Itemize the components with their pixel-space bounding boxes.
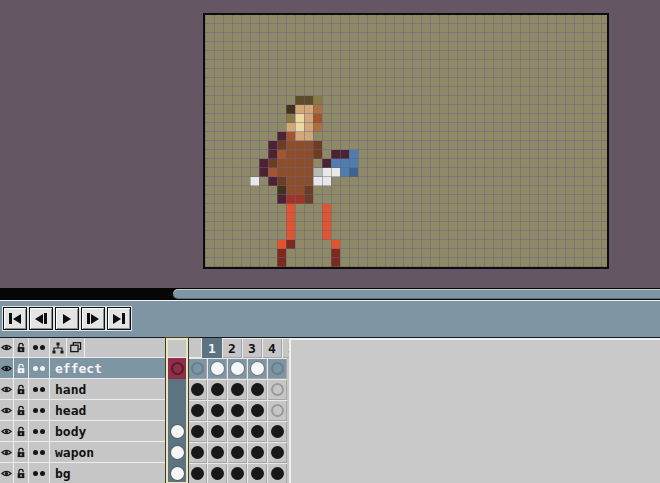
canvas-surface[interactable] (205, 15, 607, 267)
frame-cell[interactable] (227, 379, 247, 400)
sprite-pixel (322, 204, 331, 213)
frame-cell[interactable] (267, 379, 287, 400)
frame-cell[interactable] (227, 358, 247, 379)
lock-icon[interactable] (14, 400, 29, 421)
frame-cell[interactable] (247, 442, 267, 463)
frame-cell[interactable] (247, 400, 267, 421)
frame-number-2[interactable]: 2 (222, 338, 242, 358)
layer-name[interactable]: effect (50, 358, 167, 379)
layer-name[interactable]: body (50, 421, 167, 442)
eye-icon[interactable] (0, 379, 14, 400)
onion-dots-icon[interactable] (29, 379, 50, 400)
frame-cell[interactable] (187, 400, 207, 421)
lock-icon[interactable] (14, 379, 29, 400)
frame-keyframe-dot (251, 446, 264, 459)
sprite-pixel (277, 141, 286, 150)
sprite-pixel (277, 177, 286, 186)
last-frame-button[interactable] (107, 307, 131, 330)
sprite-pixel (304, 150, 313, 159)
sprite-pixel (259, 159, 268, 168)
frame-cell[interactable] (247, 358, 267, 379)
sprite-pixel (268, 141, 277, 150)
onion-dots-icon[interactable] (29, 463, 50, 483)
frame-cell[interactable] (207, 463, 227, 483)
frame-cell[interactable] (247, 379, 267, 400)
frame-cell[interactable] (167, 421, 187, 442)
lock-icon[interactable] (14, 358, 29, 379)
frame-keyframe-dot (171, 467, 184, 480)
frame-cell[interactable] (267, 421, 287, 442)
layer-frames (167, 421, 287, 442)
sprite-pixel (295, 177, 304, 186)
onion-dots-icon[interactable] (29, 442, 50, 463)
sprite-pixel (349, 150, 358, 159)
frame-cell[interactable] (227, 400, 247, 421)
frame-number-1[interactable]: 1 (202, 338, 222, 358)
frame-cell[interactable] (267, 400, 287, 421)
frame-keyframe-dot (171, 425, 184, 438)
frame-cell[interactable] (247, 421, 267, 442)
layer-name[interactable]: wapon (50, 442, 167, 463)
frame-keyframe-dot (251, 425, 264, 438)
visibility-eye-icon[interactable] (0, 338, 14, 358)
layer-name[interactable]: bg (50, 463, 167, 483)
layer-name[interactable]: hand (50, 379, 167, 400)
eye-icon[interactable] (0, 400, 14, 421)
onion-dots-icon[interactable] (29, 400, 50, 421)
sprite-pixel (313, 123, 322, 132)
eye-icon[interactable] (0, 463, 14, 483)
lock-icon[interactable] (14, 463, 29, 483)
sprite-pixel (331, 168, 340, 177)
frame-cell[interactable] (227, 421, 247, 442)
frame-cell[interactable] (207, 442, 227, 463)
sprite-pixel (340, 159, 349, 168)
frame-cell[interactable] (187, 358, 207, 379)
frame-cell[interactable] (167, 358, 187, 379)
eye-icon[interactable] (0, 421, 14, 442)
frame-cell[interactable] (167, 442, 187, 463)
onion-dots-icon[interactable] (29, 338, 50, 358)
onion-dots-icon[interactable] (29, 358, 50, 379)
frame-cell[interactable] (227, 442, 247, 463)
canvas[interactable] (203, 13, 609, 269)
sprite-pixel (268, 168, 277, 177)
sprite-pixel (295, 114, 304, 123)
next-frame-button[interactable] (81, 307, 105, 330)
eye-icon[interactable] (0, 358, 14, 379)
frame-cell[interactable] (187, 421, 207, 442)
first-frame-button[interactable] (3, 307, 27, 330)
layer-branch-icon[interactable] (50, 338, 67, 358)
scrollbar-thumb[interactable] (173, 289, 660, 299)
frame-cell[interactable] (187, 442, 207, 463)
frame-cell[interactable] (247, 463, 267, 483)
frame-cell[interactable] (267, 463, 287, 483)
frame-cell[interactable] (267, 442, 287, 463)
frame-cell[interactable] (207, 400, 227, 421)
lock-icon[interactable] (14, 338, 29, 358)
frame-cell[interactable] (187, 379, 207, 400)
sprite-pixel (295, 96, 304, 105)
eye-icon[interactable] (0, 442, 14, 463)
lock-icon[interactable] (14, 421, 29, 442)
sprite-pixel (286, 105, 295, 114)
frame-number-3[interactable]: 3 (242, 338, 262, 358)
onion-dots-icon[interactable] (29, 421, 50, 442)
lock-icon[interactable] (14, 442, 29, 463)
horizontal-scrollbar[interactable] (0, 288, 660, 300)
frame-cell[interactable] (167, 463, 187, 483)
duplicate-frames-icon[interactable] (67, 338, 85, 358)
frame-cell[interactable] (267, 358, 287, 379)
frame-cell[interactable] (227, 463, 247, 483)
frame-cell[interactable] (187, 463, 207, 483)
frame-cell[interactable] (207, 379, 227, 400)
frame-number-4[interactable]: 4 (262, 338, 282, 358)
frame-keyframe-dot (231, 383, 244, 396)
layer-name[interactable]: head (50, 400, 167, 421)
frame-cell[interactable] (167, 400, 187, 421)
frame-cell[interactable] (207, 421, 227, 442)
play-button[interactable] (55, 307, 79, 330)
frame-cell[interactable] (207, 358, 227, 379)
frame-cell[interactable] (167, 379, 187, 400)
sprite-pixel (331, 249, 340, 258)
prev-frame-button[interactable] (29, 307, 53, 330)
